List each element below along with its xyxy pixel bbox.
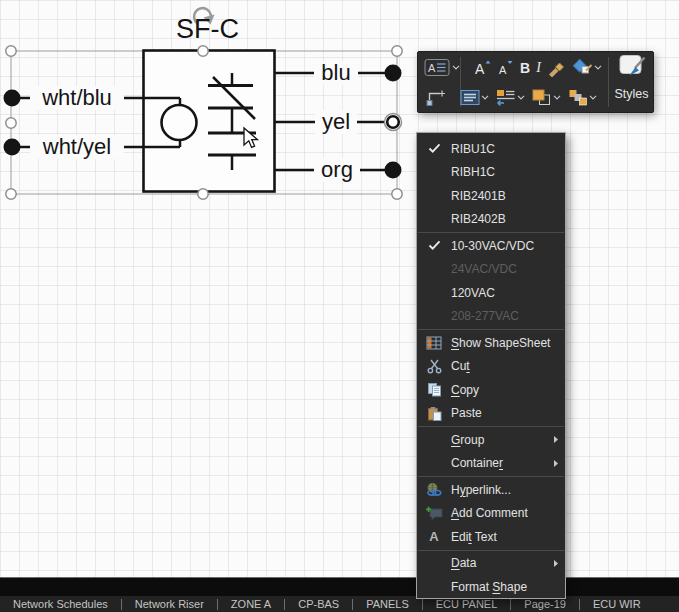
- grow-font-button[interactable]: A: [472, 55, 494, 81]
- page-tab-page-19[interactable]: Page-19: [511, 598, 579, 610]
- chevron-down-icon: [553, 95, 561, 100]
- wire-label-wht-yel[interactable]: wht/yel: [30, 135, 124, 159]
- handle-mid-left[interactable]: [6, 118, 16, 128]
- svg-text:A: A: [428, 62, 436, 74]
- menu-separator: [418, 329, 564, 330]
- context-menu: RIBU1CRIBH1CRIB2401BRIB2402B10-30VAC/VDC…: [416, 132, 566, 599]
- menu-item-label: Data: [451, 556, 549, 570]
- format-painter-button[interactable]: [545, 55, 568, 81]
- format-painter-icon: [547, 58, 566, 77]
- handle-bottom-right[interactable]: [392, 189, 402, 199]
- menu-separator: [418, 476, 564, 477]
- menu-item-ribh1c[interactable]: RIBH1C: [417, 161, 565, 185]
- page-tab-panels[interactable]: PANELS: [353, 598, 422, 610]
- add-comment-icon: [417, 506, 451, 521]
- chevron-down-icon: [589, 95, 597, 100]
- styles-button-label: Styles: [614, 87, 648, 101]
- menu-item-group[interactable]: Group: [417, 428, 565, 452]
- menu-item-data[interactable]: Data: [417, 552, 565, 576]
- text-block-style-button[interactable]: A: [422, 55, 462, 81]
- styles-icon: [616, 53, 648, 85]
- menu-item-rib2402b[interactable]: RIB2402B: [417, 208, 565, 232]
- terminal-wht-blu: [4, 90, 21, 107]
- menu-item-label: Format Shape: [451, 580, 565, 594]
- menu-item-label: Group: [451, 433, 549, 447]
- wire-label-yel[interactable]: yel: [315, 110, 357, 134]
- shape-title[interactable]: SF-C: [176, 16, 239, 43]
- page-tab-network-schedules[interactable]: Network Schedules: [0, 598, 121, 610]
- text-block-style-icon: A: [424, 58, 451, 77]
- wire-label-blu[interactable]: blu: [314, 61, 358, 85]
- menu-item-edit-text[interactable]: AEdit Text: [417, 525, 565, 549]
- terminal-wht-yel: [4, 139, 21, 156]
- menu-item-format-shape[interactable]: Format Shape: [417, 575, 565, 599]
- svg-text:A: A: [499, 64, 507, 76]
- paste-icon: [417, 406, 451, 421]
- handle-bottom-mid[interactable]: [198, 189, 208, 199]
- menu-item-label: 24VAC/VDC: [451, 262, 565, 276]
- menu-item-paste[interactable]: Paste: [417, 402, 565, 426]
- menu-item-label: 208-277VAC: [451, 309, 565, 323]
- menu-item-show-shapesheet[interactable]: Show ShapeSheet: [417, 331, 565, 355]
- italic-icon: I: [536, 61, 541, 75]
- grow-font-icon: A: [474, 59, 492, 77]
- menu-item-label: Cut: [451, 359, 565, 373]
- page-tab-ecu-panel[interactable]: ECU PANEL: [423, 598, 511, 610]
- handle-bottom-left[interactable]: [6, 189, 16, 199]
- paragraph-button[interactable]: [493, 85, 527, 111]
- handle-top-right[interactable]: [392, 46, 402, 56]
- toolbar-row-1: AAABI: [418, 53, 605, 82]
- bring-forward-icon: [531, 88, 552, 107]
- cut-icon: [417, 359, 451, 374]
- page-tab-cp-bas[interactable]: CP-BAS: [285, 598, 352, 610]
- wire-label-wht-blu[interactable]: wht/blu: [30, 86, 124, 110]
- menu-item-10-30vac-vdc[interactable]: 10-30VAC/VDC: [417, 234, 565, 258]
- menu-item-24vac-vdc: 24VAC/VDC: [417, 258, 565, 282]
- edit-text-icon: A: [417, 529, 451, 544]
- menu-item-copy[interactable]: Copy: [417, 378, 565, 402]
- menu-item-rib2401b[interactable]: RIB2401B: [417, 184, 565, 208]
- terminal-yel: [387, 116, 399, 128]
- mini-toolbar: AAABI Styles: [417, 51, 654, 113]
- bold-button[interactable]: B: [518, 55, 532, 81]
- handle-top-left[interactable]: [6, 46, 16, 56]
- submenu-arrow-icon: [549, 435, 563, 444]
- page-tab-network-riser[interactable]: Network Riser: [122, 598, 217, 610]
- svg-text:A: A: [475, 61, 485, 77]
- chevron-down-icon: [452, 65, 460, 70]
- chevron-down-icon: [517, 95, 525, 100]
- shape-style-button[interactable]: [570, 55, 604, 81]
- menu-item-label: Paste: [451, 406, 565, 420]
- chevron-down-icon: [481, 95, 489, 100]
- menu-item-ribu1c[interactable]: RIBU1C: [417, 137, 565, 161]
- menu-item-120vac[interactable]: 120VAC: [417, 281, 565, 305]
- menu-item-add-comment[interactable]: Add Comment: [417, 502, 565, 526]
- checkmark-icon: [417, 240, 451, 251]
- shrink-font-icon: A: [498, 59, 514, 77]
- send-backward-button[interactable]: [565, 85, 599, 111]
- toolbar-row-2: [418, 83, 600, 112]
- align-text-button[interactable]: [458, 85, 491, 111]
- context-menu-sections: RIBU1CRIBH1CRIB2401BRIB2402B10-30VAC/VDC…: [417, 137, 565, 599]
- bring-forward-button[interactable]: [529, 85, 563, 111]
- styles-button[interactable]: Styles: [609, 53, 654, 113]
- connector-button[interactable]: [423, 85, 448, 111]
- align-text-icon: [460, 89, 480, 106]
- menu-item-label: Show ShapeSheet: [451, 336, 565, 350]
- shrink-font-button[interactable]: A: [496, 55, 516, 81]
- page-tab-strip: Network SchedulesNetwork RiserZONE ACP-B…: [0, 596, 679, 612]
- menu-item-cut[interactable]: Cut: [417, 355, 565, 379]
- menu-item-label: RIBU1C: [451, 142, 565, 156]
- menu-item-label: RIB2401B: [451, 189, 565, 203]
- menu-item-container[interactable]: Container: [417, 452, 565, 476]
- page-tab-ecu-wir[interactable]: ECU WIR: [580, 598, 654, 610]
- page-tab-zone-a[interactable]: ZONE A: [218, 598, 284, 610]
- menu-separator: [418, 550, 564, 551]
- menu-separator: [418, 232, 564, 233]
- submenu-arrow-icon: [549, 459, 563, 468]
- italic-button[interactable]: I: [534, 55, 543, 81]
- handle-top-mid[interactable]: [198, 46, 208, 56]
- wire-label-org[interactable]: org: [314, 158, 360, 182]
- menu-item-label: Container: [451, 456, 549, 470]
- menu-item-hyperlink[interactable]: Hyperlink...: [417, 478, 565, 502]
